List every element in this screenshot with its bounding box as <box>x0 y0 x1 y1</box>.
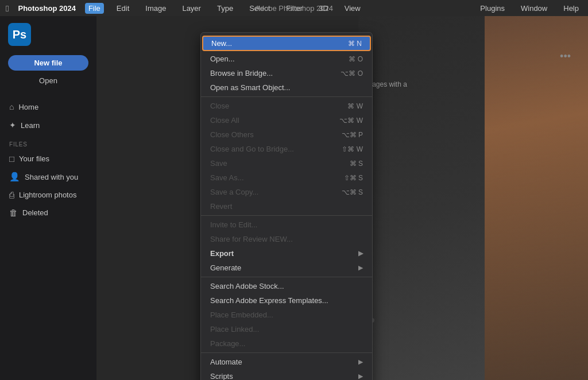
automate-arrow-icon: ▶ <box>358 358 363 366</box>
ps-logo: Ps <box>8 23 31 46</box>
menu-view[interactable]: View <box>341 3 364 14</box>
sidebar-item-learn[interactable]: ✦ Learn <box>0 116 96 134</box>
menu-item-save-as: Save As... ⇧⌘ S <box>201 170 372 185</box>
sidebar-item-deleted[interactable]: 🗑 Deleted <box>0 204 96 222</box>
learn-icon: ✦ <box>9 121 16 130</box>
menu-item-package: Package... <box>201 336 372 351</box>
menu-plugins[interactable]: Plugins <box>477 3 508 14</box>
menu-item-automate-label: Automate <box>210 358 242 366</box>
export-arrow-icon: ▶ <box>358 250 363 257</box>
apple-logo-icon[interactable]:  <box>6 3 9 13</box>
generate-arrow-icon: ▶ <box>358 264 363 272</box>
open-button[interactable]: Open <box>8 73 88 88</box>
scripts-arrow-icon: ▶ <box>358 373 363 380</box>
home-icon: ⌂ <box>9 102 14 111</box>
menu-item-revert-label: Revert <box>210 202 232 211</box>
menu-item-save-as-label: Save As... <box>210 173 244 182</box>
menu-item-automate[interactable]: Automate ▶ <box>201 355 372 369</box>
menu-item-open-smart[interactable]: Open as Smart Object... <box>201 80 372 95</box>
lightroom-icon: ⎙ <box>9 190 14 200</box>
menu-item-new[interactable]: New... ⌘ N <box>202 36 371 51</box>
menu-image[interactable]: Image <box>142 3 169 14</box>
divider-3 <box>201 277 372 277</box>
menu-item-save-label: Save <box>210 159 227 168</box>
menu-item-search-stock-label: Search Adobe Stock... <box>210 282 284 290</box>
menu-item-open[interactable]: Open... ⌘ O <box>201 52 372 66</box>
menu-item-browse-bridge[interactable]: Browse in Bridge... ⌥⌘ O <box>201 66 372 80</box>
menu-item-place-embedded: Place Embedded... <box>201 308 372 322</box>
menu-item-generate[interactable]: Generate ▶ <box>201 261 372 275</box>
menu-item-browse-bridge-label: Browse in Bridge... <box>210 69 273 77</box>
menu-layer[interactable]: Layer <box>179 3 204 14</box>
menu-item-revert: Revert <box>201 199 372 214</box>
sidebar-item-shared-label: Shared with you <box>25 173 78 181</box>
window-title: Adobe Photoshop 2024 <box>255 4 333 13</box>
app-body: Ps New file Open ⌂ Home ✦ Learn FILES □ … <box>0 16 588 380</box>
sidebar-item-lightroom-label: Lightroom photos <box>19 191 76 199</box>
menu-item-save-copy-shortcut: ⌥⌘ S <box>342 188 363 196</box>
menu-file[interactable]: File <box>85 3 104 14</box>
menu-item-close-label: Close <box>210 102 229 110</box>
menu-item-place-embedded-label: Place Embedded... <box>210 311 273 319</box>
menu-item-scripts-label: Scripts <box>210 372 233 380</box>
menu-item-close-shortcut: ⌘ W <box>347 102 363 110</box>
menu-item-scripts[interactable]: Scripts ▶ <box>201 369 372 380</box>
menu-item-close-bridge-label: Close and Go to Bridge... <box>210 145 294 153</box>
sidebar-item-deleted-label: Deleted <box>22 208 48 217</box>
menu-item-close-others-shortcut: ⌥⌘ P <box>342 131 363 139</box>
menu-item-share-review: Share for Review NEW... <box>201 232 372 246</box>
menu-item-share-review-label: Share for Review NEW... <box>210 235 293 243</box>
menu-item-search-express[interactable]: Search Adobe Express Templates... <box>201 293 372 308</box>
sidebar-item-lightroom[interactable]: ⎙ Lightroom photos <box>0 186 96 204</box>
menu-item-close-bridge-shortcut: ⇧⌘ W <box>342 145 363 153</box>
menu-edit[interactable]: Edit <box>113 3 133 14</box>
divider-4 <box>201 352 372 353</box>
bg-image-strip <box>485 16 588 380</box>
menu-item-open-shortcut: ⌘ O <box>349 55 363 63</box>
more-options-button[interactable]: ••• <box>560 51 571 63</box>
menu-item-close-all: Close All ⌥⌘ W <box>201 113 372 127</box>
menu-item-new-label: New... <box>211 39 232 48</box>
menu-item-close: Close ⌘ W <box>201 99 372 113</box>
new-file-button[interactable]: New file <box>8 55 88 71</box>
menu-item-save-copy: Save a Copy... ⌥⌘ S <box>201 185 372 199</box>
menu-item-close-others-label: Close Others <box>210 130 254 139</box>
sidebar-item-shared[interactable]: 👤 Shared with you <box>0 168 96 186</box>
menu-item-close-all-shortcut: ⌥⌘ W <box>339 117 363 125</box>
menu-item-close-others: Close Others ⌥⌘ P <box>201 127 372 142</box>
menu-item-save-as-shortcut: ⇧⌘ S <box>344 174 363 182</box>
menu-item-search-stock[interactable]: Search Adobe Stock... <box>201 279 372 293</box>
menu-item-export[interactable]: Export ▶ <box>201 246 372 261</box>
menu-window[interactable]: Window <box>517 3 551 14</box>
menu-item-search-express-label: Search Adobe Express Templates... <box>210 296 328 305</box>
menu-bar-right: Plugins Window Help <box>477 3 582 14</box>
menu-item-place-linked: Place Linked... <box>201 322 372 336</box>
divider-2 <box>201 215 372 216</box>
menu-item-export-label: Export <box>210 249 234 258</box>
menu-item-package-label: Package... <box>210 339 245 348</box>
menu-bar:  Photoshop 2024 File Edit Image Layer T… <box>0 0 588 16</box>
file-menu-dropdown: New... ⌘ N Open... ⌘ O Browse in Bridge.… <box>200 32 373 380</box>
menu-item-save-shortcut: ⌘ S <box>350 160 363 168</box>
main-content: sy steps amatic sunsets, create the mood… <box>96 16 588 380</box>
shared-icon: 👤 <box>9 172 20 182</box>
menu-type[interactable]: Type <box>214 3 237 14</box>
menu-item-close-all-label: Close All <box>210 116 239 125</box>
files-section-label: FILES <box>0 134 96 150</box>
menu-item-generate-label: Generate <box>210 263 241 272</box>
menu-item-open-label: Open... <box>210 55 235 63</box>
sidebar: Ps New file Open ⌂ Home ✦ Learn FILES □ … <box>0 16 96 380</box>
menu-help[interactable]: Help <box>560 3 582 14</box>
sidebar-item-home-label: Home <box>18 103 38 111</box>
divider-1 <box>201 96 372 97</box>
sidebar-item-your-files[interactable]: □ Your files <box>0 150 96 168</box>
menu-item-place-linked-label: Place Linked... <box>210 325 259 334</box>
menu-item-save-copy-label: Save a Copy... <box>210 188 258 196</box>
app-name: Photoshop 2024 <box>18 4 75 13</box>
sidebar-item-learn-label: Learn <box>21 121 40 130</box>
menu-item-invite-label: Invite to Edit... <box>210 220 257 229</box>
sidebar-item-home[interactable]: ⌂ Home <box>0 98 96 116</box>
menu-item-close-bridge: Close and Go to Bridge... ⇧⌘ W <box>201 142 372 156</box>
menu-item-open-smart-label: Open as Smart Object... <box>210 83 290 92</box>
sidebar-item-your-files-label: Your files <box>19 154 49 163</box>
